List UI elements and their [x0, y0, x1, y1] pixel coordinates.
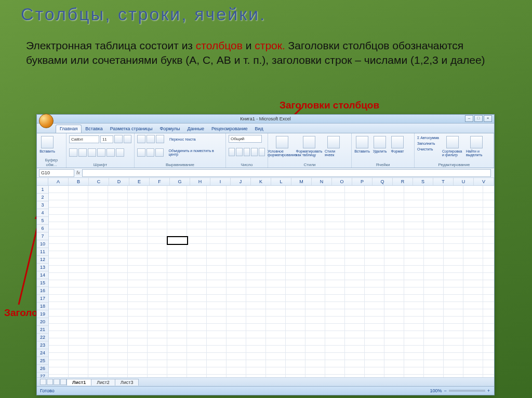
- increase-font-button[interactable]: [114, 135, 122, 143]
- column-header[interactable]: C: [89, 178, 109, 185]
- office-button[interactable]: [39, 114, 54, 128]
- zoom-in-button[interactable]: +: [487, 387, 490, 395]
- paste-button[interactable]: Вставить: [39, 135, 55, 157]
- row-header[interactable]: 1: [37, 186, 48, 194]
- sheet-tab[interactable]: Лист3: [115, 379, 139, 386]
- merge-center-button[interactable]: Объединить и поместить в центр: [168, 149, 223, 156]
- column-header[interactable]: I: [210, 178, 231, 185]
- ribbon-tab[interactable]: Разметка страницы: [107, 125, 156, 133]
- ribbon-tab[interactable]: Формулы: [156, 125, 183, 133]
- ribbon-tab[interactable]: Данные: [184, 125, 208, 133]
- font-size-input[interactable]: 11: [100, 135, 113, 143]
- row-header[interactable]: 7: [37, 232, 48, 240]
- sort-filter-button[interactable]: Сортировка и фильтр: [442, 135, 463, 159]
- minimize-button[interactable]: –: [465, 115, 473, 122]
- column-header[interactable]: Q: [373, 178, 393, 185]
- sheet-nav-next[interactable]: [54, 379, 60, 385]
- conditional-formatting-button[interactable]: Условное форматирование: [271, 135, 294, 159]
- ribbon-tab[interactable]: Рецензирование: [208, 125, 251, 133]
- row-header[interactable]: 15: [37, 279, 48, 287]
- column-header[interactable]: F: [150, 178, 170, 185]
- bold-button[interactable]: [69, 148, 77, 157]
- ribbon-tab[interactable]: Главная: [56, 125, 82, 133]
- column-header[interactable]: U: [454, 178, 474, 185]
- row-header[interactable]: 17: [37, 295, 48, 303]
- fx-icon[interactable]: fx: [76, 170, 80, 175]
- column-header[interactable]: H: [190, 178, 210, 185]
- sheet-tab[interactable]: Лист2: [91, 379, 115, 386]
- ribbon-tab[interactable]: Вставка: [82, 125, 106, 133]
- autosum-button[interactable]: Σ Автосумма: [417, 135, 439, 141]
- column-header[interactable]: O: [332, 178, 352, 185]
- select-all-corner[interactable]: [37, 178, 48, 185]
- sheet-tab[interactable]: Лист1: [66, 379, 91, 386]
- column-header[interactable]: D: [109, 178, 129, 185]
- fill-button[interactable]: Заполнить: [417, 141, 439, 146]
- column-header[interactable]: R: [393, 178, 413, 185]
- row-header[interactable]: 11: [37, 248, 48, 256]
- inc-decimal-button[interactable]: [251, 148, 257, 156]
- font-color-button[interactable]: [116, 148, 124, 157]
- row-header[interactable]: 4: [37, 209, 48, 217]
- column-header[interactable]: P: [352, 178, 373, 185]
- row-header[interactable]: 3: [37, 201, 48, 209]
- delete-cells-button[interactable]: Удалить: [372, 135, 388, 159]
- row-header[interactable]: 6: [37, 225, 48, 232]
- sheet-nav-first[interactable]: [40, 379, 46, 385]
- row-header[interactable]: 5: [37, 217, 48, 225]
- column-header[interactable]: K: [251, 178, 271, 185]
- font-name-input[interactable]: Calibri: [69, 135, 99, 143]
- ribbon-tab[interactable]: Вид: [251, 125, 267, 133]
- row-header[interactable]: 13: [37, 264, 48, 271]
- dec-decimal-button[interactable]: [259, 148, 265, 156]
- column-header[interactable]: N: [312, 178, 332, 185]
- column-header[interactable]: E: [129, 178, 150, 185]
- row-header[interactable]: 26: [37, 365, 48, 373]
- cell-styles-button[interactable]: Стили ячеек: [325, 135, 342, 159]
- column-header[interactable]: V: [474, 178, 494, 185]
- number-format-select[interactable]: Общий: [229, 135, 262, 143]
- format-as-table-button[interactable]: Форматировать как таблицу: [297, 135, 322, 159]
- row-header[interactable]: 12: [37, 256, 48, 264]
- row-header[interactable]: 20: [37, 318, 48, 326]
- underline-button[interactable]: [88, 148, 96, 157]
- row-header[interactable]: 10: [37, 240, 48, 248]
- align-mid-button[interactable]: [147, 135, 155, 143]
- clear-button[interactable]: Очистить: [417, 146, 439, 152]
- close-button[interactable]: ×: [484, 115, 492, 122]
- align-top-button[interactable]: [137, 135, 145, 143]
- column-header[interactable]: J: [231, 178, 251, 185]
- comma-button[interactable]: [244, 148, 250, 156]
- row-header[interactable]: 24: [37, 349, 48, 357]
- formula-input[interactable]: [82, 169, 491, 177]
- sheet-nav-last[interactable]: [60, 379, 66, 385]
- row-header[interactable]: 27: [37, 373, 48, 377]
- spreadsheet-grid[interactable]: ABCDEFGHIJKLMNOPQRSTUV 12345671011121314…: [37, 178, 494, 377]
- sheet-nav-prev[interactable]: [47, 379, 53, 385]
- align-bot-button[interactable]: [156, 135, 164, 143]
- decrease-font-button[interactable]: [124, 135, 131, 143]
- column-header[interactable]: T: [433, 178, 454, 185]
- row-header[interactable]: 25: [37, 357, 48, 365]
- format-cells-button[interactable]: Формат: [390, 135, 405, 159]
- row-header[interactable]: 23: [37, 341, 48, 349]
- find-select-button[interactable]: Найти и выделить: [466, 135, 487, 159]
- column-header[interactable]: B: [69, 178, 89, 185]
- column-header[interactable]: L: [271, 178, 291, 185]
- border-button[interactable]: [97, 148, 105, 157]
- insert-cells-button[interactable]: Вставить: [354, 135, 370, 159]
- column-header[interactable]: M: [291, 178, 312, 185]
- column-header[interactable]: S: [413, 178, 433, 185]
- selected-cell[interactable]: [167, 236, 188, 245]
- align-right-button[interactable]: [155, 148, 164, 157]
- wrap-text-button[interactable]: Перенос текста: [169, 138, 196, 141]
- zoom-out-button[interactable]: −: [444, 387, 446, 395]
- row-header[interactable]: 16: [37, 287, 48, 295]
- column-header[interactable]: G: [170, 178, 190, 185]
- fill-color-button[interactable]: [107, 148, 115, 157]
- row-header[interactable]: 21: [37, 326, 48, 334]
- align-left-button[interactable]: [137, 148, 145, 157]
- zoom-slider[interactable]: [449, 390, 485, 392]
- column-header[interactable]: A: [48, 178, 69, 185]
- row-header[interactable]: 14: [37, 271, 48, 279]
